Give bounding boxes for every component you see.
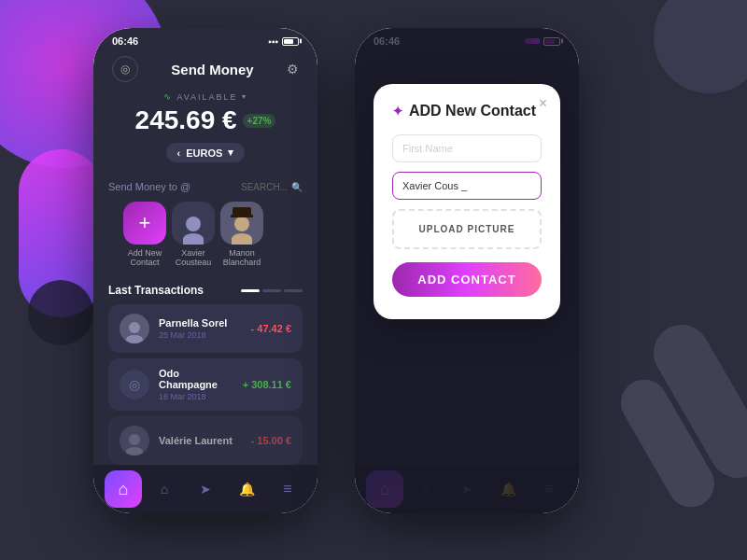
menu-icon: ≡: [283, 481, 291, 497]
contact-manon[interactable]: Manon Blanchard: [220, 202, 263, 267]
contacts-row: + Add New Contact Xavier Cousteau: [108, 202, 303, 278]
add-new-label: Add New Contact: [128, 248, 162, 267]
dot-3: [284, 289, 303, 292]
balance-section: ∿ AVAILABLE ▾ 245.69 € +27% ‹ EUROS ▾: [93, 91, 317, 174]
tx-silhouette-1: [120, 314, 149, 343]
chevron-left-icon: ‹: [177, 147, 181, 159]
upload-label: UPLOAD PICTURE: [419, 224, 515, 234]
transactions-title: Last Transactions: [108, 284, 204, 297]
tx-info-1: Parnella Sorel 25 Mar 2018: [159, 317, 242, 340]
home-icon: ⌂: [119, 480, 129, 499]
battery-icon: [282, 37, 299, 46]
modal-title-rest: New Contact: [442, 103, 536, 119]
pulse-icon: ∿: [163, 91, 173, 102]
history-icon: ◎: [120, 63, 130, 76]
transaction-2[interactable]: ◎ Odo Champagne 16 Mar 2018 + 308.11 €: [108, 358, 303, 411]
header-bar: ◎ Send Money ⚙: [93, 50, 317, 91]
transaction-3[interactable]: Valérie Laurent - 15.00 €: [108, 416, 303, 465]
add-new-avatar: +: [123, 202, 166, 245]
phone-modal: 06:46 Parnella So: [355, 28, 579, 513]
tx-date-2: 16 Mar 2018: [159, 392, 233, 401]
settings-button[interactable]: ⚙: [287, 62, 299, 77]
tx-amount-3: - 15.00 €: [251, 435, 291, 446]
upload-area[interactable]: UPLOAD PICTURE: [392, 209, 542, 249]
add-contact-button[interactable]: ADD CONTACT: [392, 262, 542, 297]
transactions-section: Last Transactions: [93, 284, 317, 465]
transactions-dots: [241, 289, 303, 292]
bottom-nav-phone1: ⌂ ⌂ ➤ 🔔 ≡: [93, 465, 317, 513]
phones-container: 06:46 ▪▪▪ ◎ Send Money ⚙: [93, 28, 579, 513]
search-icon: 🔍: [291, 182, 303, 192]
manon-avatar: [220, 202, 263, 245]
nav-menu[interactable]: ≡: [269, 470, 306, 508]
tx-info-3: Valérie Laurent: [159, 435, 242, 446]
contact-xavier[interactable]: Xavier Cousteau: [172, 202, 215, 267]
modal-title-icon: ✦: [392, 104, 403, 119]
xavier-avatar: [172, 202, 215, 245]
amount-row: 245.69 € +27%: [93, 105, 317, 135]
status-time-phone1: 06:46: [112, 35, 138, 47]
bg-blob-topright: [654, 0, 747, 93]
xavier-silhouette: [172, 202, 215, 245]
modal-title: ✦ ADD New Contact: [392, 103, 542, 119]
tx-amount-2: + 308.11 €: [243, 379, 291, 390]
house-icon: ⌂: [161, 482, 168, 497]
transaction-1[interactable]: Parnella Sorel 25 Mar 2018 - 47.42 €: [108, 304, 303, 353]
tx-name-1: Parnella Sorel: [159, 317, 242, 329]
tx-icon-2: ◎: [129, 377, 140, 392]
percent-badge: +27%: [243, 114, 276, 128]
currency-label: EUROS: [186, 147, 222, 159]
dot-2: [262, 289, 281, 292]
tx-name-2: Odo Champagne: [159, 368, 233, 390]
balance-amount: 245.69 €: [135, 105, 237, 135]
bg-blob-dark: [28, 280, 93, 345]
send-label: Send Money to @: [108, 181, 190, 192]
manon-name: Manon Blanchard: [223, 248, 261, 267]
header-title: Send Money: [171, 62, 253, 77]
first-name-input[interactable]: [392, 134, 542, 162]
currency-selector[interactable]: ‹ EUROS ▾: [166, 143, 246, 162]
available-label: ∿ AVAILABLE ▾: [93, 91, 317, 102]
tx-avatar-2: ◎: [120, 370, 149, 399]
phone1-screen: 06:46 ▪▪▪ ◎ Send Money ⚙: [93, 28, 317, 513]
nav-notifications[interactable]: 🔔: [228, 470, 265, 508]
modal-add-text: ADD: [409, 103, 442, 119]
chevron-right-icon: ▾: [228, 147, 233, 159]
tx-avatar-1: [120, 314, 149, 343]
tx-avatar-3: [120, 426, 149, 455]
signal-icon: ▪▪▪: [268, 36, 278, 47]
status-bar-phone1: 06:46 ▪▪▪: [93, 28, 317, 50]
phone2-screen: 06:46 Parnella So: [355, 28, 579, 513]
chevron-down-icon: ▾: [242, 92, 247, 101]
history-button[interactable]: ◎: [112, 56, 138, 82]
gear-icon: ⚙: [287, 62, 299, 77]
tx-silhouette-3: [120, 426, 149, 455]
send-icon: ➤: [200, 482, 211, 497]
bell-icon: 🔔: [239, 482, 255, 497]
nav-send[interactable]: ➤: [187, 470, 224, 508]
tx-date-1: 25 Mar 2018: [159, 330, 242, 340]
nav-home[interactable]: ⌂: [105, 470, 142, 508]
last-name-input[interactable]: [392, 172, 542, 200]
modal-overlay: × ✦ ADD New Contact UPLOAD PICTURE: [355, 28, 579, 513]
dot-1: [241, 289, 260, 292]
send-row: Send Money to @ SEARCH... 🔍: [108, 181, 303, 192]
xavier-name: Xavier Cousteau: [176, 248, 212, 267]
search-placeholder: SEARCH...: [241, 182, 288, 192]
transactions-header: Last Transactions: [108, 284, 303, 297]
nav-house[interactable]: ⌂: [146, 470, 183, 508]
manon-silhouette: [220, 202, 263, 245]
add-contact-modal: × ✦ ADD New Contact UPLOAD PICTURE: [374, 84, 560, 319]
modal-close-button[interactable]: ×: [539, 95, 547, 112]
status-icons: ▪▪▪: [268, 36, 299, 47]
tx-amount-1: - 47.42 €: [251, 323, 291, 334]
send-section: Send Money to @ SEARCH... 🔍 + Add New Co…: [93, 174, 317, 284]
tx-info-2: Odo Champagne 16 Mar 2018: [159, 368, 233, 401]
plus-icon: +: [139, 211, 151, 235]
phone-send-money: 06:46 ▪▪▪ ◎ Send Money ⚙: [93, 28, 317, 513]
add-new-contact-item[interactable]: + Add New Contact: [123, 202, 166, 267]
search-area[interactable]: SEARCH... 🔍: [241, 182, 303, 192]
tx-name-3: Valérie Laurent: [159, 435, 242, 446]
